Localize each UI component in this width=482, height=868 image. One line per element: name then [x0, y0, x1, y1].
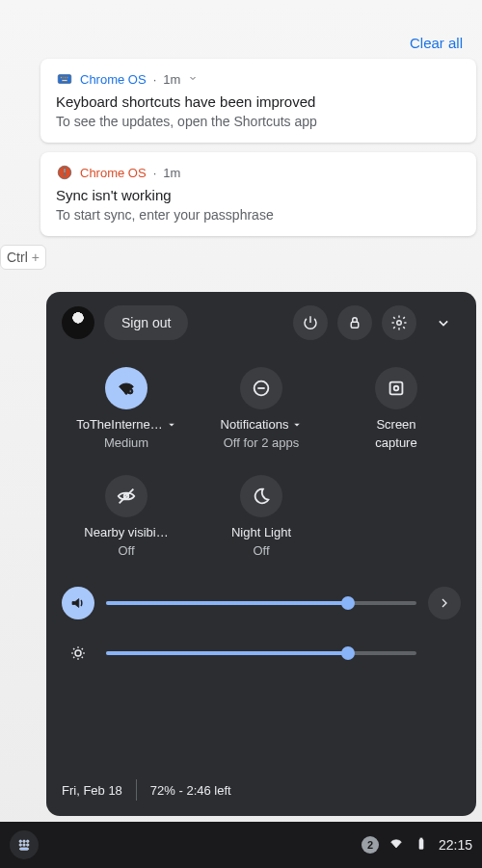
battery-tray-icon: [414, 836, 429, 855]
status-tray[interactable]: 2 22:15: [362, 836, 472, 855]
svg-point-19: [75, 650, 81, 656]
quick-settings-top-row: Sign out: [62, 305, 461, 340]
night-light-sublabel: Off: [253, 543, 269, 558]
ctrl-key-chip: Ctrl +: [0, 245, 46, 270]
svg-rect-26: [20, 848, 29, 850]
notification-time: 1m: [163, 72, 180, 87]
notification-card[interactable]: Chrome OS · 1m Keyboard shortcuts have b…: [40, 59, 476, 143]
volume-slider-fill: [106, 601, 348, 605]
svg-rect-8: [64, 174, 66, 176]
svg-rect-27: [419, 839, 423, 849]
night-light-icon[interactable]: [240, 475, 282, 517]
separator: [136, 779, 137, 801]
screen-capture-label-a: Screen: [376, 417, 415, 432]
svg-rect-4: [67, 77, 68, 79]
date-label: Fri, Feb 18: [62, 783, 122, 798]
dot-separator: ·: [153, 166, 157, 180]
notification-header: Chrome OS · 1m: [56, 70, 461, 88]
clock-label: 22:15: [439, 837, 472, 853]
power-button[interactable]: [293, 305, 328, 340]
svg-rect-28: [420, 838, 422, 839]
notifications-tile: Notifications Off for 2 apps: [197, 367, 326, 450]
svg-point-20: [19, 840, 21, 842]
volume-slider[interactable]: [106, 601, 416, 605]
brightness-slider[interactable]: [106, 651, 416, 655]
svg-rect-9: [351, 322, 359, 328]
plus-icon: +: [32, 250, 40, 265]
notification-source: Chrome OS: [80, 166, 147, 180]
screen-capture-icon[interactable]: [375, 367, 417, 409]
svg-line-18: [120, 489, 134, 504]
night-light-tile: Night Light Off: [197, 475, 326, 558]
svg-point-25: [27, 844, 29, 846]
caret-down-icon: [167, 420, 176, 430]
quick-settings-grid-2: Nearby visibi… Off Night Light Off: [62, 475, 461, 558]
wifi-tile: ToTheInterne… Medium: [62, 367, 191, 450]
keyboard-icon: [56, 70, 73, 88]
quick-settings-footer: Fri, Feb 18 72% - 2:46 left: [62, 779, 461, 801]
svg-rect-5: [62, 80, 67, 82]
svg-rect-1: [61, 77, 63, 79]
sign-out-button[interactable]: Sign out: [104, 305, 188, 340]
svg-rect-3: [65, 77, 67, 79]
nearby-label: Nearby visibi…: [84, 525, 168, 539]
screen-capture-tile: Screen capture: [332, 367, 461, 450]
svg-point-10: [397, 321, 402, 326]
svg-point-23: [19, 844, 21, 846]
ctrl-key-label: Ctrl: [7, 250, 28, 265]
notification-count-badge: 2: [362, 836, 379, 854]
settings-button[interactable]: [382, 305, 416, 340]
wifi-icon[interactable]: [105, 367, 147, 409]
audio-settings-button[interactable]: [428, 587, 461, 619]
chevron-down-icon[interactable]: [187, 72, 199, 87]
volume-icon[interactable]: [62, 587, 94, 619]
avatar[interactable]: [62, 306, 94, 339]
notification-source: Chrome OS: [80, 72, 147, 87]
notification-card[interactable]: Chrome OS · 1m Sync isn't working To sta…: [40, 152, 476, 236]
wifi-sublabel: Medium: [104, 435, 148, 450]
wifi-label[interactable]: ToTheInterne…: [76, 417, 176, 432]
lock-button[interactable]: [337, 305, 372, 340]
collapse-button[interactable]: [426, 305, 461, 340]
svg-rect-7: [64, 169, 66, 173]
svg-point-21: [23, 840, 25, 842]
alert-icon: [56, 164, 73, 181]
launcher-button[interactable]: [10, 830, 39, 859]
svg-rect-12: [129, 390, 131, 393]
sliders-section: [62, 587, 461, 687]
notification-time: 1m: [163, 166, 180, 180]
notifications-label[interactable]: Notifications: [221, 417, 303, 432]
clear-all-button[interactable]: Clear all: [40, 29, 476, 59]
svg-rect-2: [63, 77, 65, 79]
nearby-sublabel: Off: [118, 543, 134, 558]
svg-point-24: [23, 844, 25, 846]
svg-rect-0: [58, 75, 71, 84]
volume-slider-thumb[interactable]: [341, 596, 355, 610]
brightness-slider-fill: [106, 651, 348, 655]
svg-rect-15: [390, 382, 403, 395]
svg-point-16: [394, 386, 399, 391]
dot-separator: ·: [153, 72, 157, 87]
brightness-slider-row: [62, 637, 461, 670]
quick-settings-panel: Sign out ToTheInterne… Medium: [46, 292, 476, 816]
visibility-off-icon[interactable]: [105, 475, 147, 517]
notification-body: To start sync, enter your passphrase: [56, 207, 461, 223]
svg-point-22: [27, 840, 29, 842]
wifi-tray-icon: [388, 836, 404, 855]
notification-header: Chrome OS · 1m: [56, 164, 461, 181]
notification-body: To see the updates, open the Shortcuts a…: [56, 114, 461, 129]
caret-down-icon: [292, 420, 302, 430]
notification-title: Keyboard shortcuts have been improved: [56, 93, 461, 110]
notification-area: Clear all Chrome OS · 1m Keyboard shortc…: [40, 29, 476, 246]
battery-label: 72% - 2:46 left: [150, 783, 231, 798]
notification-title: Sync isn't working: [56, 187, 461, 203]
night-light-label: Night Light: [231, 525, 291, 539]
brightness-slider-thumb[interactable]: [341, 646, 355, 660]
nearby-tile: Nearby visibi… Off: [62, 475, 191, 558]
shelf: 2 22:15: [0, 822, 482, 868]
screen-capture-label-b: capture: [375, 435, 416, 450]
quick-settings-grid: ToTheInterne… Medium Notifications Off f…: [62, 367, 461, 450]
notifications-sublabel: Off for 2 apps: [224, 435, 300, 450]
dnd-icon[interactable]: [240, 367, 282, 409]
brightness-icon[interactable]: [62, 637, 94, 670]
